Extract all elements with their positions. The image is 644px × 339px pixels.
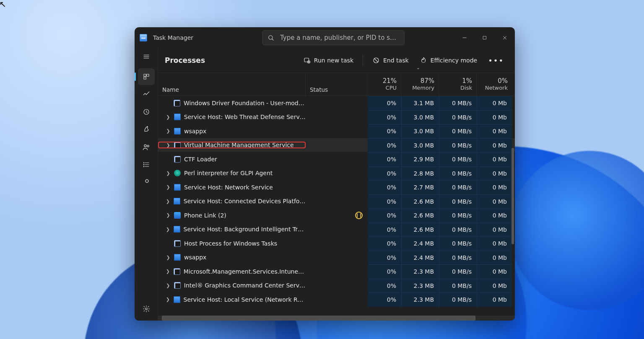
table-row[interactable]: ❯Service Host: Network Service0%2.7 MB0 …	[158, 180, 515, 194]
table-row[interactable]: ❯CTF Loader0%2.9 MB0 MB/s0 Mb	[158, 152, 515, 166]
col-cpu[interactable]: 21%CPU	[368, 73, 401, 96]
table-row[interactable]: ❯Windows Driver Foundation - User-mode D…	[158, 96, 515, 110]
run-new-task-button[interactable]: Run new task	[299, 53, 358, 67]
table-row[interactable]: ❯Service Host: Connected Devices Platfor…	[158, 194, 515, 209]
expand-icon[interactable]: ❯	[166, 283, 171, 288]
expand-icon[interactable]: ❯	[166, 184, 171, 190]
nav-performance[interactable]	[138, 86, 155, 103]
horizontal-scrollbar[interactable]	[158, 316, 515, 321]
nav-services[interactable]	[138, 174, 155, 191]
svg-rect-22	[304, 58, 309, 62]
expand-icon[interactable]: ❯	[166, 114, 171, 120]
expand-icon[interactable]: ❯	[166, 255, 171, 260]
col-network[interactable]: 0%Network	[477, 73, 512, 96]
expand-icon[interactable]: ❯	[166, 142, 171, 148]
table-row[interactable]: ❯Intel® Graphics Command Center Service0…	[158, 279, 515, 293]
table-row[interactable]: ❯Perl interpreter for GLPI Agent0%2.8 MB…	[158, 166, 515, 181]
search-input[interactable]: Type a name, publisher, or PID to s…	[262, 30, 405, 45]
cell-name[interactable]: ❯Host Process for Windows Tasks	[158, 240, 306, 247]
cell-disk: 0 MB/s	[439, 251, 477, 265]
cell-network: 0 Mb	[477, 152, 512, 166]
cell-name[interactable]: ❯Windows Driver Foundation - User-mode D…	[158, 100, 306, 106]
process-icon	[174, 198, 180, 204]
col-disk[interactable]: 1%Disk	[439, 73, 477, 96]
nav-details[interactable]	[138, 156, 155, 173]
sort-indicator-icon: ⌄	[416, 65, 420, 70]
cell-network: 0 Mb	[477, 180, 512, 194]
col-memory[interactable]: ⌄ 87%Memory	[401, 73, 439, 96]
expand-icon[interactable]: ❯	[166, 269, 170, 274]
table-row[interactable]: ❯Host Process for Windows Tasks0%2.4 MB0…	[158, 236, 515, 251]
cell-name[interactable]: ❯Microsoft.Management.Services.IntuneWin…	[158, 268, 306, 275]
titlebar[interactable]: Task Manager Type a name, publisher, or …	[135, 27, 515, 48]
close-button[interactable]	[495, 27, 515, 48]
cell-name[interactable]: ❯Phone Link (2)	[158, 212, 306, 219]
cell-network: 0 Mb	[477, 124, 512, 138]
cell-name[interactable]: ❯CTF Loader	[158, 156, 306, 163]
col-status[interactable]: Status	[306, 73, 368, 96]
cell-disk: 0 MB/s	[439, 264, 477, 279]
cell-name[interactable]: ❯Intel® Graphics Command Center Service	[158, 282, 306, 289]
expand-icon[interactable]: ❯	[166, 212, 171, 218]
expand-icon[interactable]: ❯	[166, 171, 171, 176]
expand-icon[interactable]: ❯	[166, 199, 170, 204]
table-row[interactable]: ❯wsappx0%2.4 MB0 MB/s0 Mb	[158, 251, 515, 265]
table-row[interactable]: ❯Service Host: Background Intelligent Tr…	[158, 223, 515, 237]
cell-memory: 3.0 MB	[401, 124, 439, 138]
efficiency-mode-button[interactable]: Efficiency mode	[415, 53, 482, 67]
nav-users[interactable]	[138, 139, 155, 155]
table-row[interactable]: ❯Service Host: Local Service (Network Re…	[158, 292, 515, 307]
nav-settings[interactable]	[138, 300, 155, 317]
nav-app-history[interactable]	[138, 104, 155, 120]
window-controls	[454, 27, 515, 48]
process-name: Host Process for Windows Tasks	[184, 240, 277, 247]
svg-point-14	[147, 145, 149, 147]
maximize-button[interactable]	[475, 27, 495, 48]
table-row[interactable]: ❯Virtual Machine Management Service0%3.0…	[158, 138, 515, 153]
cell-name[interactable]: ❯Service Host: Web Threat Defense Servic…	[158, 114, 306, 120]
table-row[interactable]: ❯wsappx0%3.0 MB0 MB/s0 Mb	[158, 124, 515, 138]
process-name: Intel® Graphics Command Center Service	[184, 282, 306, 289]
cell-name[interactable]: ❯Service Host: Local Service (Network Re…	[158, 296, 306, 303]
end-task-icon	[372, 57, 380, 64]
nav-processes[interactable]	[138, 68, 155, 85]
table-row[interactable]: ❯Microsoft.Management.Services.IntuneWin…	[158, 264, 515, 279]
table-row[interactable]: ❯Phone Link (2)❙❙0%2.6 MB0 MB/s0 Mb	[158, 208, 515, 223]
process-icon	[174, 212, 181, 219]
cell-name[interactable]: ❯Perl interpreter for GLPI Agent	[158, 170, 306, 176]
expand-icon[interactable]: ❯	[166, 128, 171, 134]
cell-name[interactable]: ❯Service Host: Background Intelligent Tr…	[158, 226, 306, 233]
cell-cpu: 0%	[368, 138, 401, 153]
end-task-button[interactable]: End task	[368, 53, 413, 67]
table-row[interactable]: ❯Service Host: Web Threat Defense Servic…	[158, 110, 515, 124]
horizontal-scrollbar-thumb[interactable]	[162, 316, 476, 321]
vertical-scrollbar-thumb[interactable]	[512, 148, 514, 244]
cell-memory: 2.7 MB	[401, 180, 439, 194]
cell-name[interactable]: ❯Virtual Machine Management Service	[158, 142, 306, 148]
minimize-button[interactable]	[454, 27, 475, 48]
expand-icon[interactable]: ❯	[166, 227, 170, 232]
cell-disk: 0 MB/s	[439, 208, 477, 223]
cell-cpu: 0%	[368, 264, 401, 279]
cell-network: 0 Mb	[477, 166, 512, 181]
col-name[interactable]: Name	[158, 73, 306, 96]
cell-name[interactable]: ❯wsappx	[158, 128, 306, 135]
nav-startup[interactable]	[138, 121, 155, 138]
app-icon	[140, 34, 147, 41]
expand-icon[interactable]: ❯	[166, 297, 170, 302]
svg-point-21	[145, 308, 147, 310]
efficiency-mode-icon	[420, 57, 427, 64]
svg-point-18	[143, 163, 144, 163]
cell-network: 0 Mb	[477, 292, 512, 307]
cell-cpu: 0%	[368, 208, 401, 223]
cell-name[interactable]: ❯Service Host: Network Service	[158, 184, 306, 191]
hamburger-button[interactable]	[138, 49, 155, 64]
cell-name[interactable]: ❯wsappx	[158, 254, 306, 261]
cell-name[interactable]: ❯Service Host: Connected Devices Platfor…	[158, 198, 306, 204]
cell-network: 0 Mb	[477, 223, 512, 237]
end-task-label: End task	[383, 57, 409, 64]
cell-cpu: 0%	[368, 124, 401, 138]
table-header: Name Status 21%CPU ⌄ 87%Memory 1%Disk 0%…	[158, 72, 515, 96]
cell-memory: 3.1 MB	[401, 96, 439, 110]
more-button[interactable]: •••	[484, 54, 508, 67]
